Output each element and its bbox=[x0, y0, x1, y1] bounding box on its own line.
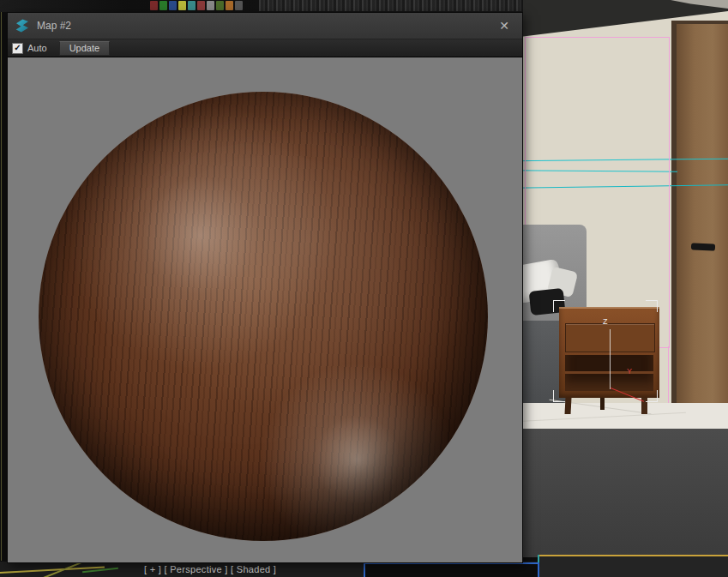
update-button[interactable]: Update bbox=[59, 41, 110, 56]
selection-bracket-bottom-left bbox=[553, 390, 565, 402]
dialog-title: Map #2 bbox=[37, 20, 487, 32]
checkbox-check-icon[interactable]: ✓ bbox=[12, 43, 23, 54]
gizmo-z-label: Z bbox=[603, 317, 608, 326]
3dsmax-logo-icon bbox=[15, 19, 29, 33]
viewport-label[interactable]: [ + ] [ Perspective ] [ Shaded ] bbox=[144, 564, 276, 574]
selection-bracket-bottom-right bbox=[646, 390, 658, 402]
door-handle bbox=[691, 243, 715, 250]
gizmo-z-axis-line bbox=[610, 329, 611, 389]
auto-label: Auto bbox=[27, 43, 47, 53]
lower-viewport-panel bbox=[511, 429, 728, 557]
dialog-titlebar[interactable]: Map #2 ✕ bbox=[8, 13, 522, 39]
door bbox=[677, 24, 728, 418]
bottom-right-panel bbox=[539, 556, 728, 577]
auto-checkbox[interactable]: ✓ Auto bbox=[12, 43, 59, 54]
map-dialog: Map #2 ✕ ✓ Auto Update bbox=[7, 12, 523, 563]
map-preview-area bbox=[8, 57, 522, 562]
toolbar-icons bbox=[150, 1, 243, 10]
nightstand-leg bbox=[565, 398, 572, 414]
material-sphere-preview bbox=[39, 92, 488, 541]
dialog-toolbar: ✓ Auto Update bbox=[8, 39, 522, 57]
selection-bracket-top-left bbox=[553, 300, 565, 312]
selection-bracket-top-right bbox=[646, 300, 658, 312]
top-toolbar-strip bbox=[0, 0, 523, 12]
gizmo-y-label: Y bbox=[627, 367, 632, 376]
left-edge-grid-line bbox=[1, 12, 2, 561]
screen: Z Y [ + ] [ Perspective ] [ Shaded ] Map… bbox=[0, 0, 728, 577]
nightstand-leg bbox=[600, 398, 605, 410]
selection-outline-pink-segment bbox=[668, 346, 669, 409]
focused-window-edge[interactable] bbox=[364, 562, 539, 577]
close-button[interactable]: ✕ bbox=[495, 19, 514, 33]
toolbar-blur-strip bbox=[259, 0, 521, 11]
active-viewport-border-yellow bbox=[538, 555, 728, 556]
